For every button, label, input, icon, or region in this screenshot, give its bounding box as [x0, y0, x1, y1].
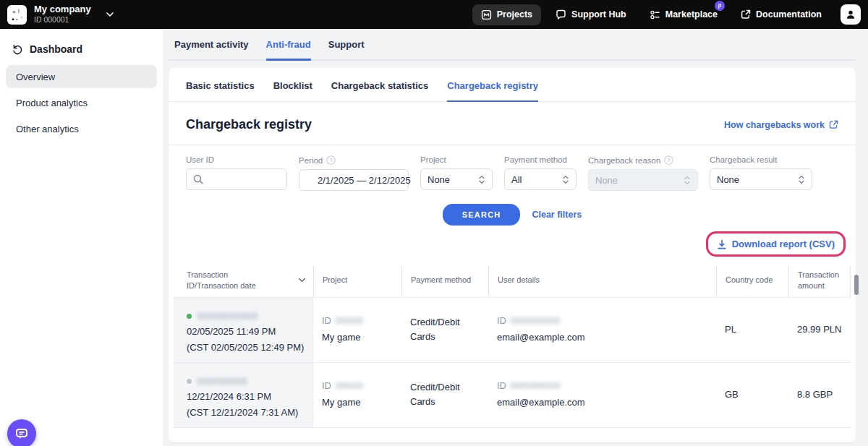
select-chevrons-icon	[798, 175, 805, 184]
speech-bubble-icon	[556, 9, 566, 20]
cell-country-code: GB	[716, 363, 788, 427]
logo-glyphs-icon: × ſ ▲ ▪ ○	[7, 5, 27, 25]
sidebar-item-label: Product analytics	[16, 98, 88, 108]
person-icon	[845, 9, 856, 20]
company-name: My company	[34, 4, 91, 14]
table-header: Transaction ID/Transaction date Project …	[174, 265, 851, 298]
transaction-date: 02/05/2025 11:49 PM	[187, 324, 305, 340]
cell-payment-method: Credit/Debit Cards	[401, 363, 488, 427]
project-id-masked: 00000	[336, 381, 363, 391]
tab-chargeback-statistics[interactable]: Chargeback statistics	[331, 80, 428, 101]
chargeback-reason-label-row: Chargeback reason ?	[588, 155, 698, 165]
company-selector[interactable]: × ſ ▲ ▪ ○ My company ID 000001	[7, 4, 114, 25]
chargeback-table: Transaction ID/Transaction date Project …	[174, 265, 851, 428]
sidebar-item-label: Overview	[16, 72, 55, 82]
svg-text:▪: ▪	[16, 17, 17, 22]
cell-amount: 8.8 GBP	[788, 363, 851, 427]
download-icon	[717, 239, 727, 249]
chevron-down-icon[interactable]	[106, 12, 114, 17]
payment-method-select[interactable]: All	[504, 168, 576, 190]
table-row[interactable]: 00000000000 02/05/2025 11:49 PM (CST 02/…	[174, 298, 851, 363]
col-project: Project	[313, 265, 401, 297]
payment-method-value: Credit/Debit Cards	[410, 380, 481, 409]
nav-marketplace-button[interactable]: Marketplace β	[641, 4, 726, 25]
download-report-link[interactable]: Download report (CSV)	[717, 239, 835, 249]
period-input[interactable]: 2/1/2025 — 2/12/2025	[299, 169, 409, 191]
search-button[interactable]: SEARCH	[443, 204, 521, 226]
nav-support-hub-button[interactable]: Support Hub	[547, 4, 635, 25]
main-tabs: Payment activity Anti-fraud Support	[169, 29, 856, 61]
status-dot	[187, 379, 192, 384]
transaction-id-masked: 00000000000	[197, 309, 258, 324]
cell-user-details: ID000000000 email@example.com	[488, 363, 716, 427]
sidebar-item-label: Other analytics	[16, 124, 79, 134]
user-id-prefix: ID	[497, 380, 506, 391]
sidebar-item-other-analytics[interactable]: Other analytics	[6, 117, 157, 140]
chargeback-reason-select: None	[588, 169, 698, 191]
nav-projects-label: Projects	[497, 9, 532, 20]
undo-arrow-icon	[12, 43, 23, 55]
tab-basic-statistics[interactable]: Basic statistics	[186, 80, 255, 101]
cell-project: ID00000 My game	[313, 363, 401, 427]
user-avatar-button[interactable]	[841, 4, 861, 25]
cell-project: ID00000 My game	[313, 298, 401, 362]
period-label-row: Period ?	[299, 155, 409, 165]
clear-filters-link[interactable]: Clear filters	[532, 210, 582, 220]
cell-country-code: PL	[716, 298, 788, 362]
cell-payment-method: Credit/Debit Cards	[401, 298, 488, 362]
col-transaction[interactable]: Transaction ID/Transaction date	[174, 265, 313, 297]
svg-text:×: ×	[12, 9, 16, 15]
sidebar-menu: Overview Product analytics Other analyti…	[0, 62, 163, 146]
card-tabs: Basic statistics Blocklist Chargeback st…	[169, 68, 856, 102]
transaction-date-cst: (CST 12/21/2024 7:31 AM)	[187, 405, 305, 421]
project-id-prefix: ID	[322, 315, 331, 326]
status-dot	[187, 314, 192, 319]
sliders-icon	[650, 9, 660, 20]
card-header: Chargeback registry How chargebacks work	[169, 102, 856, 145]
nav-support-hub-label: Support Hub	[571, 9, 626, 20]
sidebar-back-dashboard[interactable]: Dashboard	[0, 36, 163, 62]
tab-anti-fraud[interactable]: Anti-fraud	[266, 39, 311, 61]
sidebar-item-product-analytics[interactable]: Product analytics	[6, 91, 157, 114]
chargeback-result-select[interactable]: None	[710, 168, 812, 190]
nav-projects-button[interactable]: Projects	[472, 4, 541, 25]
select-chevrons-icon	[684, 176, 691, 185]
main-content: Payment activity Anti-fraud Support Basi…	[163, 29, 868, 446]
tab-payment-activity[interactable]: Payment activity	[174, 39, 249, 59]
help-icon[interactable]: ?	[664, 155, 673, 165]
user-id-prefix: ID	[497, 315, 506, 326]
svg-text:○: ○	[20, 15, 23, 20]
filter-chargeback-result: Chargeback result None	[710, 155, 812, 191]
chat-bubble-icon	[14, 426, 29, 441]
payment-method-label: Payment method	[504, 155, 576, 164]
help-link-label: How chargebacks work	[724, 120, 825, 130]
tab-blocklist[interactable]: Blocklist	[273, 80, 312, 101]
nav-documentation-button[interactable]: Documentation	[732, 4, 830, 25]
project-value: None	[427, 174, 472, 185]
transaction-id-masked: 000000000	[197, 374, 247, 389]
svg-text:ſ: ſ	[18, 9, 20, 14]
sidebar-item-overview[interactable]: Overview	[6, 65, 157, 88]
filter-payment-method: Payment method All	[504, 155, 576, 191]
how-chargebacks-work-link[interactable]: How chargebacks work	[724, 120, 838, 130]
chat-widget-button[interactable]	[7, 419, 36, 446]
external-link-icon	[829, 120, 838, 129]
company-info: My company ID 000001	[34, 4, 91, 25]
chargeback-result-label: Chargeback result	[710, 155, 812, 164]
col-country-code: Country code	[716, 265, 788, 297]
sort-chevron-icon[interactable]	[298, 278, 306, 283]
download-row: Download report (CSV)	[169, 226, 856, 257]
chargeback-result-value: None	[717, 174, 792, 185]
tab-chargeback-registry[interactable]: Chargeback registry	[447, 80, 538, 102]
table-row[interactable]: 000000000 12/21/2024 6:31 PM (CST 12/21/…	[174, 363, 851, 428]
cell-amount: 29.99 PLN	[788, 298, 851, 362]
page-scrollbar-thumb[interactable]	[854, 275, 859, 295]
filter-user-id: User ID	[186, 155, 287, 191]
topbar: × ſ ▲ ▪ ○ My company ID 000001 Projects	[0, 0, 868, 29]
col-transaction-label: Transaction ID/Transaction date	[187, 270, 281, 291]
project-select[interactable]: None	[420, 168, 493, 190]
tab-support[interactable]: Support	[328, 39, 365, 59]
user-id-label: User ID	[186, 155, 287, 164]
help-icon[interactable]: ?	[326, 155, 336, 165]
user-id-input[interactable]	[186, 168, 287, 190]
